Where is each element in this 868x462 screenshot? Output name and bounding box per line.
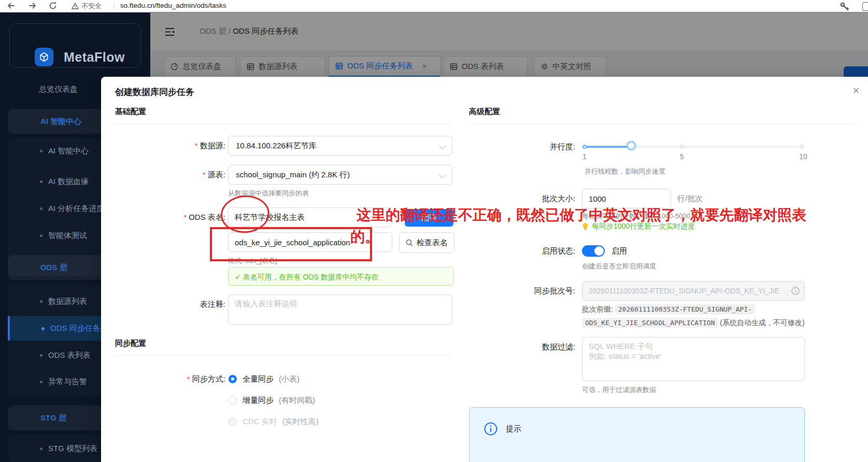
- password-key-icon[interactable]: [839, 2, 850, 12]
- datasource-select[interactable]: 10.84.100.226科艺节库: [228, 136, 452, 156]
- bullet-icon: [40, 447, 42, 450]
- bullet-icon: [40, 234, 42, 237]
- section-title-advanced: 高级配置: [469, 107, 500, 117]
- url-separator: |: [113, 1, 115, 9]
- logo-container: MetaFlow: [9, 23, 141, 68]
- enable-toggle[interactable]: [582, 245, 605, 257]
- batch-no-input: [582, 281, 805, 301]
- batch-prefix-code: ODS_KE_YI_JIE_SCHOOL_APPLICATION: [582, 318, 718, 328]
- modal-close-icon[interactable]: ×: [849, 84, 863, 97]
- security-label: 不安全: [81, 2, 102, 11]
- address-url[interactable]: so.ftedu.cn/ftedu_admin/ods/tasks: [120, 2, 226, 9]
- radio-incremental-sync-label[interactable]: 增量同步(有时间戳): [243, 396, 315, 405]
- bullet-icon: [40, 300, 42, 303]
- annotation-text-line2: 的。: [350, 227, 379, 247]
- browser-back-icon[interactable]: [6, 1, 17, 11]
- browser-bar: 不安全 | so.ftedu.cn/ftedu_admin/ods/tasks: [0, 0, 868, 12]
- browser-reload-icon[interactable]: [48, 1, 58, 11]
- parallelism-helper: 并行线程数，影响同步速度: [585, 167, 665, 176]
- slider-mark-10: 10: [797, 152, 809, 161]
- bullet-icon: [40, 180, 42, 183]
- metaflow-logo-icon: [35, 48, 53, 66]
- chevron-down-icon: [439, 143, 446, 149]
- enable-state-text: 启用: [611, 245, 627, 257]
- translate-icon[interactable]: [862, 2, 868, 11]
- divider: [469, 123, 857, 124]
- cube-icon: [39, 52, 49, 62]
- batch-no-label: 同步批次号:: [472, 281, 575, 301]
- radio-incremental-sync[interactable]: [229, 396, 237, 404]
- logo-text: MetaFlow: [64, 48, 125, 66]
- radio-full-sync-label[interactable]: 全量同步(小表): [243, 374, 300, 384]
- security-indicator[interactable]: 不安全: [72, 1, 102, 11]
- toggle-knob: [594, 246, 604, 256]
- radio-cdc-realtime-label: CDC 实时(实时性高): [243, 417, 319, 427]
- data-filter-textarea[interactable]: [582, 337, 805, 381]
- bullet-icon: [40, 207, 42, 210]
- datasource-label: 数据源:: [122, 136, 225, 156]
- parallelism-slider-handle[interactable]: [627, 141, 636, 150]
- tip-box-title: 提示: [506, 424, 521, 434]
- divider: [115, 355, 451, 356]
- batch-prefix-line2: ODS_KE_YI_JIE_SCHOOL_APPLICATION (系统自动生成…: [582, 318, 805, 328]
- slider-mark-dot: [680, 145, 684, 149]
- bullet-icon: [40, 354, 42, 357]
- parallelism-label: 并行度:: [472, 137, 575, 157]
- warning-icon: [72, 3, 79, 9]
- data-filter-helper: 可选，用于过滤源表数据: [582, 385, 656, 395]
- annotation-text-line1: 这里的翻译还是不正确，既然已做了中英文对照了，就要先翻译对照表: [357, 205, 806, 225]
- radio-full-sync[interactable]: [229, 375, 237, 383]
- batch-prefix-note: (系统自动生成，不可修改): [720, 318, 804, 327]
- datasource-value: 10.84.100.226科艺节库: [236, 141, 317, 151]
- info-icon[interactable]: [791, 287, 800, 295]
- check-table-name-button[interactable]: 检查表名: [399, 232, 454, 253]
- browser-forward-icon[interactable]: [27, 1, 37, 11]
- bullet-icon: [41, 327, 45, 330]
- radio-cdc-realtime: [229, 417, 237, 426]
- parallelism-slider-fill: [585, 146, 632, 148]
- slider-mark-dot: [800, 145, 804, 149]
- section-title-sync: 同步配置: [115, 339, 146, 348]
- bullet-icon: [40, 150, 42, 152]
- source-table-value: school_signup_main (约 2.8K 行): [236, 170, 350, 180]
- source-table-select[interactable]: school_signup_main (约 2.8K 行): [228, 165, 452, 185]
- chevron-down-icon: [439, 172, 446, 178]
- data-filter-label: 数据过滤:: [472, 337, 575, 357]
- info-circle-icon: [484, 422, 497, 436]
- batch-prefix-code: 20260111100353Z-FTEDU_SIGNUP_API-: [615, 304, 755, 314]
- app-root: 不安全 | so.ftedu.cn/ftedu_admin/ods/tasks …: [0, 0, 868, 462]
- divider: [115, 123, 451, 124]
- enable-status-label: 启用状态:: [472, 241, 575, 261]
- table-comment-textarea[interactable]: [228, 295, 452, 325]
- ods-table-name-label: ODS 表名:: [122, 207, 225, 227]
- modal-title: 创建数据库同步任务: [115, 86, 194, 98]
- slider-mark-dot: [582, 145, 587, 149]
- slider-mark-1: 1: [580, 152, 589, 161]
- tip-box: 提示: [469, 407, 805, 462]
- sync-method-label: 同步方式:: [122, 370, 225, 388]
- section-title-basic: 基础配置: [115, 107, 146, 117]
- search-icon: [406, 239, 413, 246]
- slider-mark-5: 5: [678, 152, 686, 161]
- batch-prefix-line1: 批次前缀: 20260111100353Z-FTEDU_SIGNUP_API-: [582, 305, 755, 314]
- enable-helper: 创建后是否立即启用调度: [582, 262, 656, 271]
- source-table-label: 源表:: [122, 165, 225, 185]
- table-name-success-alert: ✓ 表名可用，在所有 ODS 数据库中均不存在: [228, 267, 454, 286]
- table-comment-label: 表注释:: [122, 295, 225, 314]
- annotation-rectangle: [210, 227, 372, 261]
- create-sync-task-modal: 创建数据库同步任务 × 基础配置 数据源: 10.84.100.226科艺节库 …: [101, 77, 868, 462]
- bullet-icon: [40, 381, 42, 383]
